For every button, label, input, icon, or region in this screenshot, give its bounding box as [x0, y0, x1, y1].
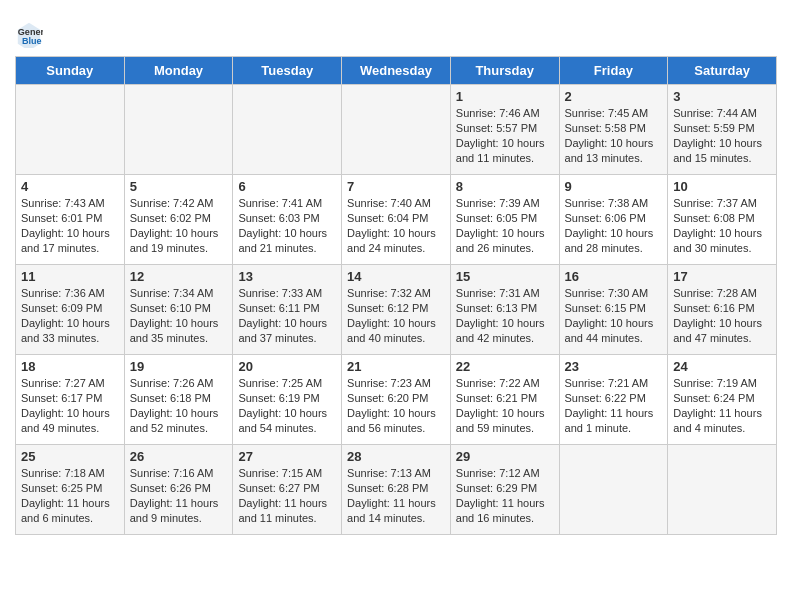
day-info: Sunrise: 7:21 AM Sunset: 6:22 PM Dayligh… — [565, 377, 654, 434]
day-number: 7 — [347, 179, 445, 194]
calendar-day-cell: 26Sunrise: 7:16 AM Sunset: 6:26 PM Dayli… — [124, 445, 233, 535]
day-info: Sunrise: 7:28 AM Sunset: 6:16 PM Dayligh… — [673, 287, 762, 344]
day-number: 19 — [130, 359, 228, 374]
calendar-day-cell — [16, 85, 125, 175]
day-number: 18 — [21, 359, 119, 374]
calendar-day-cell: 21Sunrise: 7:23 AM Sunset: 6:20 PM Dayli… — [342, 355, 451, 445]
calendar-day-cell: 24Sunrise: 7:19 AM Sunset: 6:24 PM Dayli… — [668, 355, 777, 445]
calendar-day-cell: 3Sunrise: 7:44 AM Sunset: 5:59 PM Daylig… — [668, 85, 777, 175]
calendar-header-cell: Thursday — [450, 57, 559, 85]
calendar-header-cell: Sunday — [16, 57, 125, 85]
calendar-header-cell: Friday — [559, 57, 668, 85]
day-info: Sunrise: 7:19 AM Sunset: 6:24 PM Dayligh… — [673, 377, 762, 434]
calendar-day-cell: 12Sunrise: 7:34 AM Sunset: 6:10 PM Dayli… — [124, 265, 233, 355]
calendar-week-row: 4Sunrise: 7:43 AM Sunset: 6:01 PM Daylig… — [16, 175, 777, 265]
day-number: 28 — [347, 449, 445, 464]
calendar-header-cell: Wednesday — [342, 57, 451, 85]
day-number: 2 — [565, 89, 663, 104]
calendar-day-cell: 16Sunrise: 7:30 AM Sunset: 6:15 PM Dayli… — [559, 265, 668, 355]
calendar-header-cell: Tuesday — [233, 57, 342, 85]
day-number: 12 — [130, 269, 228, 284]
calendar-day-cell: 19Sunrise: 7:26 AM Sunset: 6:18 PM Dayli… — [124, 355, 233, 445]
day-info: Sunrise: 7:37 AM Sunset: 6:08 PM Dayligh… — [673, 197, 762, 254]
day-number: 4 — [21, 179, 119, 194]
calendar-day-cell: 29Sunrise: 7:12 AM Sunset: 6:29 PM Dayli… — [450, 445, 559, 535]
calendar-week-row: 1Sunrise: 7:46 AM Sunset: 5:57 PM Daylig… — [16, 85, 777, 175]
day-number: 22 — [456, 359, 554, 374]
day-number: 11 — [21, 269, 119, 284]
calendar-day-cell: 1Sunrise: 7:46 AM Sunset: 5:57 PM Daylig… — [450, 85, 559, 175]
logo-icon: General Blue — [15, 20, 43, 48]
calendar-day-cell: 28Sunrise: 7:13 AM Sunset: 6:28 PM Dayli… — [342, 445, 451, 535]
calendar-day-cell: 17Sunrise: 7:28 AM Sunset: 6:16 PM Dayli… — [668, 265, 777, 355]
calendar-day-cell: 15Sunrise: 7:31 AM Sunset: 6:13 PM Dayli… — [450, 265, 559, 355]
logo: General Blue — [15, 20, 45, 48]
calendar-header-row: SundayMondayTuesdayWednesdayThursdayFrid… — [16, 57, 777, 85]
day-info: Sunrise: 7:41 AM Sunset: 6:03 PM Dayligh… — [238, 197, 327, 254]
day-number: 21 — [347, 359, 445, 374]
day-number: 5 — [130, 179, 228, 194]
day-info: Sunrise: 7:39 AM Sunset: 6:05 PM Dayligh… — [456, 197, 545, 254]
day-info: Sunrise: 7:25 AM Sunset: 6:19 PM Dayligh… — [238, 377, 327, 434]
calendar-day-cell: 9Sunrise: 7:38 AM Sunset: 6:06 PM Daylig… — [559, 175, 668, 265]
day-info: Sunrise: 7:40 AM Sunset: 6:04 PM Dayligh… — [347, 197, 436, 254]
day-info: Sunrise: 7:23 AM Sunset: 6:20 PM Dayligh… — [347, 377, 436, 434]
calendar-day-cell: 7Sunrise: 7:40 AM Sunset: 6:04 PM Daylig… — [342, 175, 451, 265]
day-number: 20 — [238, 359, 336, 374]
calendar-day-cell: 11Sunrise: 7:36 AM Sunset: 6:09 PM Dayli… — [16, 265, 125, 355]
day-number: 1 — [456, 89, 554, 104]
calendar-table: SundayMondayTuesdayWednesdayThursdayFrid… — [15, 56, 777, 535]
day-info: Sunrise: 7:30 AM Sunset: 6:15 PM Dayligh… — [565, 287, 654, 344]
calendar-day-cell: 2Sunrise: 7:45 AM Sunset: 5:58 PM Daylig… — [559, 85, 668, 175]
calendar-day-cell: 13Sunrise: 7:33 AM Sunset: 6:11 PM Dayli… — [233, 265, 342, 355]
day-info: Sunrise: 7:26 AM Sunset: 6:18 PM Dayligh… — [130, 377, 219, 434]
calendar-day-cell — [124, 85, 233, 175]
day-info: Sunrise: 7:42 AM Sunset: 6:02 PM Dayligh… — [130, 197, 219, 254]
calendar-week-row: 11Sunrise: 7:36 AM Sunset: 6:09 PM Dayli… — [16, 265, 777, 355]
day-info: Sunrise: 7:36 AM Sunset: 6:09 PM Dayligh… — [21, 287, 110, 344]
day-info: Sunrise: 7:45 AM Sunset: 5:58 PM Dayligh… — [565, 107, 654, 164]
calendar-day-cell: 25Sunrise: 7:18 AM Sunset: 6:25 PM Dayli… — [16, 445, 125, 535]
calendar-day-cell: 6Sunrise: 7:41 AM Sunset: 6:03 PM Daylig… — [233, 175, 342, 265]
calendar-day-cell: 27Sunrise: 7:15 AM Sunset: 6:27 PM Dayli… — [233, 445, 342, 535]
day-info: Sunrise: 7:15 AM Sunset: 6:27 PM Dayligh… — [238, 467, 327, 524]
day-number: 16 — [565, 269, 663, 284]
calendar-day-cell: 14Sunrise: 7:32 AM Sunset: 6:12 PM Dayli… — [342, 265, 451, 355]
calendar-day-cell: 23Sunrise: 7:21 AM Sunset: 6:22 PM Dayli… — [559, 355, 668, 445]
day-info: Sunrise: 7:43 AM Sunset: 6:01 PM Dayligh… — [21, 197, 110, 254]
calendar-day-cell: 22Sunrise: 7:22 AM Sunset: 6:21 PM Dayli… — [450, 355, 559, 445]
day-info: Sunrise: 7:44 AM Sunset: 5:59 PM Dayligh… — [673, 107, 762, 164]
day-info: Sunrise: 7:31 AM Sunset: 6:13 PM Dayligh… — [456, 287, 545, 344]
calendar-day-cell: 5Sunrise: 7:42 AM Sunset: 6:02 PM Daylig… — [124, 175, 233, 265]
calendar-day-cell — [668, 445, 777, 535]
calendar-day-cell: 20Sunrise: 7:25 AM Sunset: 6:19 PM Dayli… — [233, 355, 342, 445]
day-info: Sunrise: 7:34 AM Sunset: 6:10 PM Dayligh… — [130, 287, 219, 344]
day-number: 9 — [565, 179, 663, 194]
day-number: 14 — [347, 269, 445, 284]
calendar-header-cell: Saturday — [668, 57, 777, 85]
svg-text:Blue: Blue — [22, 36, 42, 46]
day-number: 8 — [456, 179, 554, 194]
calendar-day-cell — [559, 445, 668, 535]
day-info: Sunrise: 7:22 AM Sunset: 6:21 PM Dayligh… — [456, 377, 545, 434]
day-info: Sunrise: 7:12 AM Sunset: 6:29 PM Dayligh… — [456, 467, 545, 524]
day-number: 24 — [673, 359, 771, 374]
day-number: 3 — [673, 89, 771, 104]
day-info: Sunrise: 7:16 AM Sunset: 6:26 PM Dayligh… — [130, 467, 219, 524]
day-info: Sunrise: 7:46 AM Sunset: 5:57 PM Dayligh… — [456, 107, 545, 164]
calendar-day-cell: 10Sunrise: 7:37 AM Sunset: 6:08 PM Dayli… — [668, 175, 777, 265]
calendar-day-cell — [342, 85, 451, 175]
day-number: 23 — [565, 359, 663, 374]
calendar-day-cell: 8Sunrise: 7:39 AM Sunset: 6:05 PM Daylig… — [450, 175, 559, 265]
day-info: Sunrise: 7:18 AM Sunset: 6:25 PM Dayligh… — [21, 467, 110, 524]
day-info: Sunrise: 7:33 AM Sunset: 6:11 PM Dayligh… — [238, 287, 327, 344]
calendar-header-cell: Monday — [124, 57, 233, 85]
day-number: 6 — [238, 179, 336, 194]
day-number: 25 — [21, 449, 119, 464]
day-number: 17 — [673, 269, 771, 284]
calendar-body: 1Sunrise: 7:46 AM Sunset: 5:57 PM Daylig… — [16, 85, 777, 535]
day-number: 29 — [456, 449, 554, 464]
calendar-day-cell: 18Sunrise: 7:27 AM Sunset: 6:17 PM Dayli… — [16, 355, 125, 445]
day-number: 27 — [238, 449, 336, 464]
calendar-day-cell: 4Sunrise: 7:43 AM Sunset: 6:01 PM Daylig… — [16, 175, 125, 265]
